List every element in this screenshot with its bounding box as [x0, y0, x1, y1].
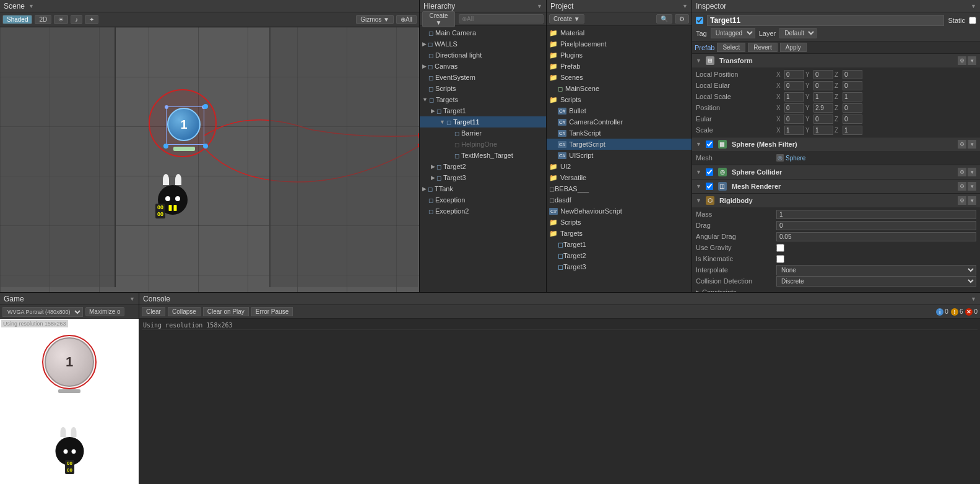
project-item-ui2[interactable]: 📁UI2 — [547, 161, 692, 172]
mesh-filter-header[interactable]: ▼ ▦ Sphere (Mesh Filter) ⚙ ▾ — [692, 137, 980, 151]
fx-button[interactable]: ✦ — [85, 15, 98, 24]
project-item-targetscript[interactable]: C#TargetScript — [547, 139, 692, 150]
rigidbody-more-btn[interactable]: ▾ — [968, 196, 976, 205]
hierarchy-create-btn[interactable]: Create ▼ — [422, 11, 455, 27]
obj-name-input[interactable] — [707, 15, 944, 26]
hierarchy-item-exception2[interactable]: ◻Exception2 — [420, 205, 546, 217]
scale-x[interactable] — [784, 126, 804, 135]
local-pos-y[interactable] — [813, 70, 833, 79]
angular-drag-input[interactable] — [776, 232, 976, 241]
project-item-cameracontroller[interactable]: C#CameraController — [547, 116, 692, 127]
use-gravity-checkbox[interactable] — [776, 244, 784, 252]
local-euler-x[interactable] — [784, 81, 804, 90]
sphere-collider-settings-btn[interactable]: ⚙ — [958, 168, 966, 176]
hierarchy-item-main-camera[interactable]: ◻Main Camera — [420, 27, 546, 38]
gizmos-button[interactable]: Gizmos ▼ — [356, 15, 394, 24]
scene-view[interactable]: 1 — [0, 27, 419, 292]
local-euler-z[interactable] — [843, 81, 862, 90]
hierarchy-item-exception[interactable]: ◻Exception — [420, 194, 546, 205]
hierarchy-item-scripts[interactable]: ◻Scripts — [420, 83, 546, 94]
audio-button[interactable]: ♪ — [71, 15, 82, 24]
euler-y[interactable] — [813, 115, 833, 124]
search-button[interactable]: ⊕All — [396, 15, 417, 24]
prefab-revert-btn[interactable]: Revert — [748, 43, 777, 52]
mass-input[interactable] — [776, 210, 976, 219]
project-settings-btn[interactable]: ⚙ — [675, 14, 689, 24]
project-item-scripts2[interactable]: 📁Scripts — [547, 217, 692, 228]
hierarchy-item-targets[interactable]: ▼◻Targets — [420, 94, 546, 105]
project-search-btn[interactable]: 🔍 — [656, 14, 672, 24]
light-button[interactable]: ☀ — [54, 15, 68, 24]
rigidbody-header[interactable]: ▼ ⬡ Rigidbody ⚙ ▾ — [692, 194, 980, 207]
interpolate-select[interactable]: None — [776, 265, 976, 275]
transform-header[interactable]: ▼ ⊞ Transform ⚙ ▾ — [692, 54, 980, 67]
mesh-renderer-more-btn[interactable]: ▾ — [968, 182, 976, 191]
prefab-select-btn[interactable]: Select — [717, 43, 745, 52]
2d-button[interactable]: 2D — [35, 15, 51, 24]
local-scale-x[interactable] — [784, 92, 804, 102]
project-item-tankscript[interactable]: C#TankScript — [547, 127, 692, 139]
hierarchy-item-walls[interactable]: ▶◻WALLS — [420, 38, 546, 50]
static-checkbox[interactable] — [969, 17, 976, 24]
scale-y[interactable] — [813, 126, 833, 135]
project-item-uiscript[interactable]: C#UIScript — [547, 150, 692, 161]
scale-z[interactable] — [843, 126, 862, 135]
hierarchy-item-target1[interactable]: ▶◻Target1 — [420, 105, 546, 116]
local-pos-z[interactable] — [843, 70, 862, 79]
is-kinematic-checkbox[interactable] — [776, 255, 784, 263]
project-item-versatile[interactable]: 📁Versatile — [547, 172, 692, 183]
project-item-newbehaviourscript[interactable]: C#NewBehaviourScript — [547, 205, 692, 217]
hierarchy-item-textmesh-target[interactable]: ◻TextMesh_Target — [420, 150, 546, 161]
prefab-apply-btn[interactable]: Apply — [780, 43, 807, 52]
project-item-material[interactable]: 📁Material — [547, 27, 692, 38]
local-euler-y[interactable] — [813, 81, 833, 90]
game-view[interactable]: Using resolution 158x263 1 — [0, 319, 139, 484]
local-scale-y[interactable] — [813, 92, 833, 102]
console-error-pause-btn[interactable]: Error Pause — [251, 307, 293, 316]
project-item-target2b[interactable]: ◻Target2 — [547, 250, 692, 261]
pos-x[interactable] — [784, 103, 804, 113]
mesh-filter-settings-btn[interactable]: ⚙ — [958, 140, 966, 149]
project-item-scenes[interactable]: 📁Scenes — [547, 72, 692, 83]
hierarchy-item-directional-light[interactable]: ◻Directional light — [420, 50, 546, 61]
transform-settings-btn[interactable]: ⚙ — [958, 56, 966, 65]
local-scale-z[interactable] — [843, 92, 862, 102]
hierarchy-item-eventsystem[interactable]: ◻EventSystem — [420, 72, 546, 83]
project-item-prefab[interactable]: 📁Prefab — [547, 61, 692, 72]
mesh-renderer-header[interactable]: ▼ ◫ Mesh Renderer ⚙ ▾ — [692, 179, 980, 193]
console-clear-btn[interactable]: Clear — [142, 307, 165, 316]
hierarchy-item-helpingone[interactable]: ◻HelpingOne — [420, 139, 546, 150]
mesh-renderer-settings-btn[interactable]: ⚙ — [958, 182, 966, 191]
pos-y[interactable] — [813, 103, 833, 113]
console-log-entry[interactable]: Using resolution 158x263 — [142, 321, 978, 330]
hierarchy-search[interactable] — [459, 14, 544, 24]
mesh-filter-more-btn[interactable]: ▾ — [968, 140, 976, 149]
transform-more-btn[interactable]: ▾ — [968, 56, 976, 65]
project-item-plugins[interactable]: 📁Plugins — [547, 50, 692, 61]
project-item-target1b[interactable]: ◻Target1 — [547, 239, 692, 250]
mesh-filter-checkbox[interactable] — [706, 140, 713, 148]
hierarchy-item-ttank[interactable]: ▶◻TTank — [420, 183, 546, 194]
project-item-targets2[interactable]: 📁Targets — [547, 228, 692, 239]
euler-z[interactable] — [843, 115, 862, 124]
project-item-target3b[interactable]: ◻Target3 — [547, 261, 692, 272]
hierarchy-item-barrier[interactable]: ◻Barrier — [420, 127, 546, 139]
project-item-bebas[interactable]: ◻BEBAS___ — [547, 183, 692, 194]
euler-x[interactable] — [784, 115, 804, 124]
console-collapse-btn[interactable]: Collapse — [168, 307, 201, 316]
pos-z[interactable] — [843, 103, 862, 113]
local-pos-x[interactable] — [784, 70, 804, 79]
project-item-pixelplacement[interactable]: 📁Pixelplacement — [547, 38, 692, 50]
sphere-collider-header[interactable]: ▼ ◎ Sphere Collider ⚙ ▾ — [692, 165, 980, 179]
hierarchy-item-target3[interactable]: ▶◻Target3 — [420, 172, 546, 183]
project-create-btn[interactable]: Create ▼ — [549, 14, 584, 24]
hierarchy-item-canvas[interactable]: ▶◻Canvas — [420, 61, 546, 72]
project-item-dasdf[interactable]: ◻dasdf — [547, 194, 692, 205]
hierarchy-item-target11[interactable]: ▼◻Target11 — [420, 116, 546, 127]
rigidbody-settings-btn[interactable]: ⚙ — [958, 196, 966, 205]
target11-object[interactable]: 1 — [167, 108, 204, 145]
project-item-bullet[interactable]: C#Bullet — [547, 105, 692, 116]
project-item-scripts[interactable]: 📁Scripts — [547, 94, 692, 105]
collision-detection-select[interactable]: Discrete — [776, 276, 976, 287]
hierarchy-item-target2[interactable]: ▶◻Target2 — [420, 161, 546, 172]
